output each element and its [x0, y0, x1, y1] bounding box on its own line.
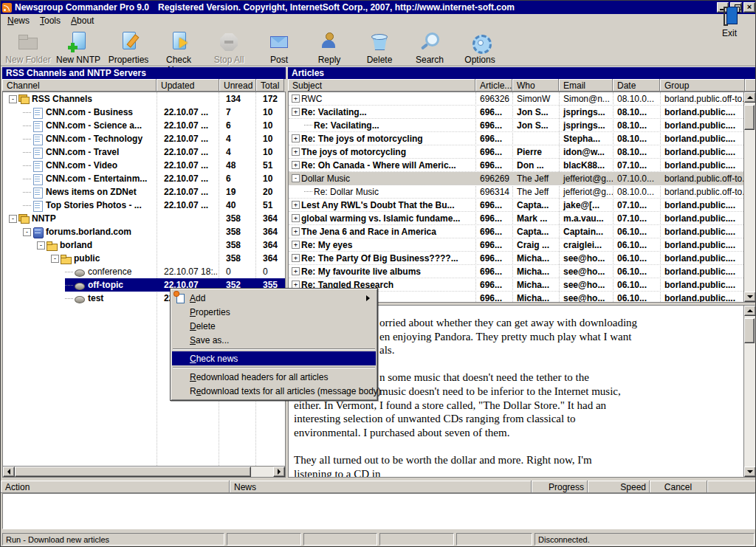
thread-toggle[interactable]: +: [292, 227, 300, 235]
article-row[interactable]: Re: Dollar Music 696314 The Jeff jefferi…: [289, 185, 743, 199]
thread-toggle[interactable]: +: [292, 108, 300, 116]
transfer-list: [2, 493, 755, 529]
article-row[interactable]: + Lest Any RWL's Doubt That the Bu... 69…: [289, 199, 743, 212]
menu-tools[interactable]: Tools: [35, 15, 66, 27]
menu-item-save-as[interactable]: Save as...: [172, 333, 376, 347]
column-header-date[interactable]: Date: [613, 79, 660, 92]
article-row[interactable]: + Re: My eyes 696... Craig ... craiglei.…: [289, 238, 743, 252]
menu-item-check-news[interactable]: Check news: [172, 351, 376, 365]
scroll-down-button[interactable]: [744, 292, 756, 302]
thread-toggle[interactable]: +: [292, 161, 300, 169]
toolbar-button[interactable]: Check News: [154, 30, 203, 66]
scrollbar-thumb[interactable]: [744, 105, 755, 130]
column-header-channel[interactable]: Channel: [2, 79, 157, 92]
tree-row[interactable]: News items on ZDNet 22.10.07 ... 19 20: [3, 185, 285, 199]
scroll-up-button[interactable]: [744, 92, 756, 103]
column-header-action[interactable]: Action: [1, 481, 230, 493]
scrollbar-thumb[interactable]: [744, 318, 755, 343]
thread-toggle[interactable]: +: [292, 267, 300, 275]
toolbar-button[interactable]: Search: [405, 30, 454, 66]
tree-row[interactable]: - RSS Channels 134 172: [3, 92, 285, 106]
article-row[interactable]: + The joys of motorcycling 696... Pierre…: [289, 145, 743, 159]
tree-row[interactable]: - NNTP 358 364: [3, 212, 285, 225]
article-row[interactable]: + RWC 696326 SimonW Simon@n... 08.10.0..…: [289, 92, 743, 106]
thread-toggle[interactable]: +: [292, 134, 300, 142]
articles-scrollbar[interactable]: [743, 92, 755, 302]
article-row[interactable]: + The Jena 6 and Race in America 696... …: [289, 225, 743, 238]
channel-label: Top Stories Photos - ...: [46, 200, 142, 210]
article-row[interactable]: + Re: My favourite live albums 696... Mi…: [289, 265, 743, 278]
tree-row[interactable]: - public 358 364: [3, 252, 285, 265]
thread-toggle[interactable]: +: [292, 94, 300, 103]
tree-elbow: [23, 165, 31, 166]
column-header-article[interactable]: Article...: [475, 79, 512, 92]
article-row[interactable]: Re: Vacilating... 696... Jon S... jsprin…: [289, 119, 743, 132]
tree-row[interactable]: CNN.com - Business 22.10.07 ... 7 10: [3, 106, 285, 119]
menu-item-redownload-texts[interactable]: Redownload texts for all articles (messa…: [172, 384, 376, 398]
column-header-total[interactable]: Total: [256, 79, 284, 92]
message-scrollbar[interactable]: [743, 306, 755, 477]
horizontal-scrollbar[interactable]: [2, 466, 286, 478]
column-header-email[interactable]: Email: [559, 79, 613, 92]
tree-row[interactable]: CNN.com - Video 22.10.07 ... 48 51: [3, 159, 285, 172]
column-header-subject[interactable]: Subject: [288, 79, 475, 92]
article-row[interactable]: + Re: The joys of motorcycling 696... St…: [289, 132, 743, 145]
article-row[interactable]: + Re: Oh Canada - Where will Americ... 6…: [289, 159, 743, 172]
tree-row[interactable]: - borland 358 364: [3, 238, 285, 252]
column-header-progress[interactable]: Progress: [532, 481, 588, 493]
toolbar-button[interactable]: Stop All: [205, 30, 253, 66]
thread-toggle[interactable]: +: [292, 241, 300, 249]
thread-toggle[interactable]: +: [292, 201, 300, 209]
menu-item-properties[interactable]: Properties: [172, 305, 376, 319]
menu-news[interactable]: News: [2, 15, 35, 27]
toolbar-button[interactable]: New NNTP: [54, 30, 103, 66]
thread-toggle[interactable]: +: [292, 214, 300, 222]
toolbar-button[interactable]: Reply: [305, 30, 354, 66]
article-row[interactable]: + global warming vs. Islamic fundame... …: [289, 212, 743, 225]
thread-toggle[interactable]: +: [292, 148, 300, 156]
scroll-right-button[interactable]: [273, 467, 285, 477]
date-cell: 07.10...: [613, 212, 660, 225]
exit-button[interactable]: Exit: [711, 3, 748, 38]
toolbar-button[interactable]: Post: [255, 30, 303, 66]
column-header-unread[interactable]: Unread: [219, 79, 256, 92]
toolbar-button[interactable]: New Folder: [4, 30, 52, 66]
column-header-cancel[interactable]: Cancel: [650, 481, 707, 493]
tree-row[interactable]: - forums.borland.com 358 364: [3, 225, 285, 238]
menu-item-redownload-headers[interactable]: Redownload headers for all articles: [172, 370, 376, 384]
menu-about[interactable]: About: [66, 15, 99, 27]
column-header-group[interactable]: Group: [660, 79, 745, 92]
expand-toggle[interactable]: -: [51, 255, 59, 263]
updated-cell: [158, 252, 217, 265]
article-row[interactable]: - Dollar Music 696269 The Jeff jefferiot…: [289, 172, 743, 185]
scroll-left-button[interactable]: [3, 467, 15, 477]
tree-row[interactable]: CNN.com - Entertainm... 22.10.07 ... 6 1…: [3, 172, 285, 185]
expand-toggle[interactable]: -: [9, 215, 17, 223]
article-row[interactable]: + Re: Vacilating... 696... Jon S... jspr…: [289, 106, 743, 119]
thread-toggle[interactable]: +: [292, 254, 300, 262]
toolbar-button[interactable]: Options: [456, 30, 504, 66]
column-header-news[interactable]: News: [230, 481, 532, 493]
expand-toggle[interactable]: -: [9, 95, 17, 103]
title-bar[interactable]: Newsgroup Commander Pro 9.0Registered Ve…: [1, 1, 756, 14]
tree-row[interactable]: conference 22.10.07 18:... 0 0: [3, 265, 285, 278]
tree-row[interactable]: CNN.com - Technology 22.10.07 ... 4 10: [3, 132, 285, 145]
scroll-up-button[interactable]: [744, 306, 756, 316]
tree-row[interactable]: Top Stories Photos - ... 22.10.07 ... 40…: [3, 199, 285, 212]
column-header-updated[interactable]: Updated: [157, 79, 219, 92]
tree-row[interactable]: CNN.com - Science a... 22.10.07 ... 6 10: [3, 119, 285, 132]
menu-item-delete[interactable]: Delete: [172, 319, 376, 333]
expand-toggle[interactable]: -: [23, 228, 31, 236]
column-header-who[interactable]: Who: [512, 79, 559, 92]
scrollbar-thumb[interactable]: [15, 467, 251, 477]
toolbar-button[interactable]: Properties: [104, 30, 153, 66]
column-header-speed[interactable]: Speed: [588, 481, 650, 493]
toolbar-button[interactable]: Delete: [355, 30, 404, 66]
article-row[interactable]: + Re: The Party Of Big Business????... 6…: [289, 252, 743, 265]
menu-item-add[interactable]: Add: [172, 291, 376, 305]
scroll-down-button[interactable]: [744, 467, 756, 477]
page-icon: [32, 148, 43, 157]
thread-toggle[interactable]: -: [292, 174, 300, 182]
tree-row[interactable]: CNN.com - Travel 22.10.07 ... 4 10: [3, 145, 285, 159]
expand-toggle[interactable]: -: [37, 241, 45, 250]
